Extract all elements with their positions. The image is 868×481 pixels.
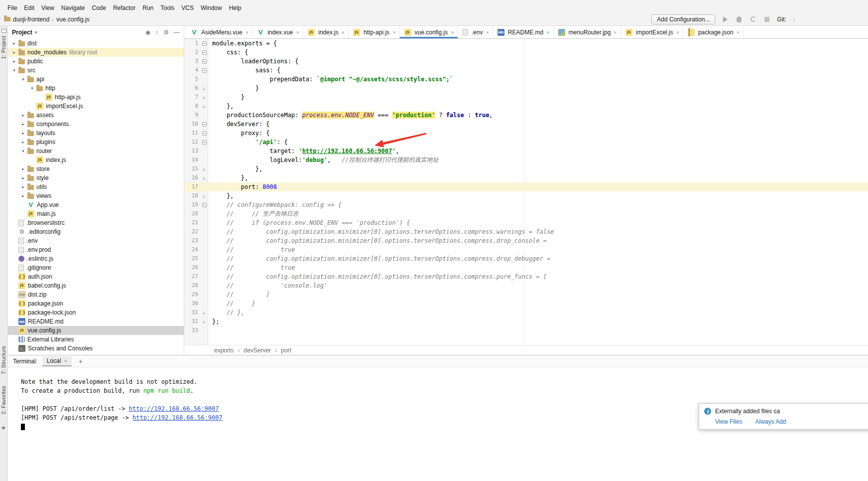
tree-item-http[interactable]: ▾http [8, 84, 184, 93]
tree-item-views[interactable]: ▸views [8, 191, 184, 200]
stop-icon[interactable] [763, 15, 771, 23]
tab-menurouter-jpg[interactable]: menuRouter.jpg× [554, 26, 621, 38]
run-icon[interactable] [721, 15, 729, 23]
code-line-5[interactable]: 5 prependData: `@import "~@/assets/scss/… [184, 75, 868, 84]
tree-item-importexcel-js[interactable]: JSimportExcel.js [8, 102, 184, 111]
tree-item-dist[interactable]: ▸dist [8, 39, 184, 48]
fold-collapse-icon[interactable]: − [202, 122, 207, 127]
close-icon[interactable]: × [342, 29, 345, 35]
code-line-20[interactable]: 20 // // 生产去除日志 [184, 209, 868, 218]
chevron-collapsed-icon[interactable]: ▸ [20, 131, 26, 136]
always-add-link[interactable]: Always Add [755, 418, 786, 425]
debug-icon[interactable] [735, 15, 743, 23]
fold-column[interactable] [200, 227, 208, 236]
code-line-10[interactable]: 10− devServer: { [184, 120, 868, 129]
tree-item-editorconfig[interactable]: ⚙.editorconfig [8, 227, 184, 236]
code-line-23[interactable]: 23 // config.optimization.minimizer[0].o… [184, 236, 868, 245]
fold-column[interactable] [200, 147, 208, 156]
tab-asidemenu-vue[interactable]: VAsideMenu.vue× [186, 26, 252, 38]
code-line-6[interactable]: 6 } [184, 84, 868, 93]
fold-column[interactable] [200, 182, 208, 191]
menu-item-run[interactable]: Run [139, 4, 157, 12]
fold-column[interactable] [200, 308, 208, 317]
stripe-structure-button[interactable]: 7: Structure [0, 346, 6, 374]
chevron-collapsed-icon[interactable]: ▸ [11, 50, 17, 55]
locate-file-icon[interactable]: ◉ [145, 29, 150, 36]
tree-item-eslintrc-js[interactable]: .eslintrc.js [8, 254, 184, 263]
menu-item-vcs[interactable]: VCS [178, 4, 197, 12]
chevron-expanded-icon[interactable]: ▾ [29, 86, 35, 91]
chevron-collapsed-icon[interactable]: ▸ [20, 175, 26, 180]
tree-item-assets[interactable]: ▸assets [8, 111, 184, 120]
code-line-15[interactable]: 15 }, [184, 164, 868, 173]
close-icon[interactable]: × [676, 29, 679, 35]
code-line-16[interactable]: 16 }, [184, 173, 868, 182]
breadcrumb-exports[interactable]: exports [214, 347, 234, 354]
fold-column[interactable] [200, 236, 208, 245]
gear-icon[interactable]: ⚙ [163, 29, 169, 36]
fold-column[interactable] [200, 84, 208, 93]
fold-collapse-icon[interactable]: − [202, 59, 207, 64]
fold-collapse-icon[interactable]: − [202, 50, 207, 55]
tab-importexcel-js[interactable]: JSimportExcel.js× [621, 26, 683, 38]
close-icon[interactable]: × [451, 29, 454, 35]
fold-column[interactable] [200, 93, 208, 102]
code-line-7[interactable]: 7 } [184, 93, 868, 102]
tree-item-store[interactable]: ▸store [8, 164, 184, 173]
fold-collapse-icon[interactable]: − [202, 68, 207, 73]
code-line-22[interactable]: 22 // config.optimization.minimizer[0].o… [184, 227, 868, 236]
tree-item-index-js[interactable]: JSindex.js [8, 156, 184, 164]
code-editor[interactable]: 1−module.exports = {2− css: {3− loaderOp… [184, 39, 868, 345]
tree-item-style[interactable]: ▸style [8, 173, 184, 182]
tree-item-dist-zip[interactable]: zipdist.zip [8, 290, 184, 299]
menu-item-tools[interactable]: Tools [157, 4, 178, 12]
tree-item-auth-json[interactable]: { }auth.json [8, 272, 184, 281]
menu-item-window[interactable]: Window [197, 4, 226, 12]
chevron-collapsed-icon[interactable]: ▸ [11, 59, 17, 64]
code-line-25[interactable]: 25 // config.optimization.minimizer[0].o… [184, 254, 868, 263]
close-icon[interactable]: × [546, 29, 549, 35]
chevron-collapsed-icon[interactable]: ▸ [20, 140, 26, 145]
fold-column[interactable] [200, 245, 208, 254]
new-terminal-icon[interactable]: + [77, 357, 85, 365]
tree-item-vue-config-js[interactable]: JSvue.config.js [8, 326, 184, 335]
code-line-17[interactable]: 17 port: 8008 [184, 182, 868, 191]
tree-item-package-json[interactable]: { }package.json [8, 299, 184, 308]
tree-item-env[interactable]: .env [8, 236, 184, 245]
fold-column[interactable] [200, 263, 208, 272]
fold-column[interactable] [200, 290, 208, 299]
fold-column[interactable] [200, 254, 208, 263]
close-icon[interactable]: × [614, 29, 617, 35]
fold-column[interactable] [200, 173, 208, 182]
code-line-8[interactable]: 8 }, [184, 102, 868, 111]
menu-item-code[interactable]: Code [88, 4, 110, 12]
menu-item-view[interactable]: View [38, 4, 58, 12]
code-line-13[interactable]: 13 target: 'http://192.168.66.56:9007', [184, 147, 868, 156]
tab-index-js[interactable]: JSindex.js× [303, 26, 349, 38]
fold-column[interactable]: − [200, 138, 208, 147]
fold-column[interactable] [200, 218, 208, 227]
coverage-icon[interactable] [749, 15, 757, 23]
code-line-11[interactable]: 11− proxy: { [184, 129, 868, 138]
stripe-project-button[interactable]: 1: Project [0, 36, 6, 59]
fold-column[interactable] [200, 209, 208, 218]
fold-column[interactable] [200, 164, 208, 173]
tree-item-readme-md[interactable]: MDREADME.md [8, 317, 184, 326]
fold-column[interactable] [200, 317, 208, 326]
tab-index-vue[interactable]: Vindex.vue× [252, 26, 303, 38]
code-line-18[interactable]: 18 }, [184, 191, 868, 200]
tree-item-router[interactable]: ▾router [8, 147, 184, 156]
close-icon[interactable]: × [64, 358, 67, 364]
code-line-27[interactable]: 27 // config.optimization.minimizer[0].o… [184, 272, 868, 281]
project-panel-title[interactable]: Project [12, 29, 32, 36]
fold-column[interactable] [200, 281, 208, 290]
code-line-31[interactable]: 31 // }, [184, 308, 868, 317]
fold-collapse-icon[interactable]: − [202, 140, 207, 145]
breadcrumb-project[interactable]: duoji-frontend [13, 16, 49, 23]
chevron-expanded-icon[interactable]: ▾ [11, 68, 17, 73]
fold-column[interactable]: − [200, 120, 208, 129]
fold-column[interactable]: − [200, 48, 208, 57]
code-line-28[interactable]: 28 // 'console.log' [184, 281, 868, 290]
chevron-expanded-icon[interactable]: ▾ [20, 149, 26, 154]
tab-package-json[interactable]: { }package.json× [683, 26, 744, 38]
